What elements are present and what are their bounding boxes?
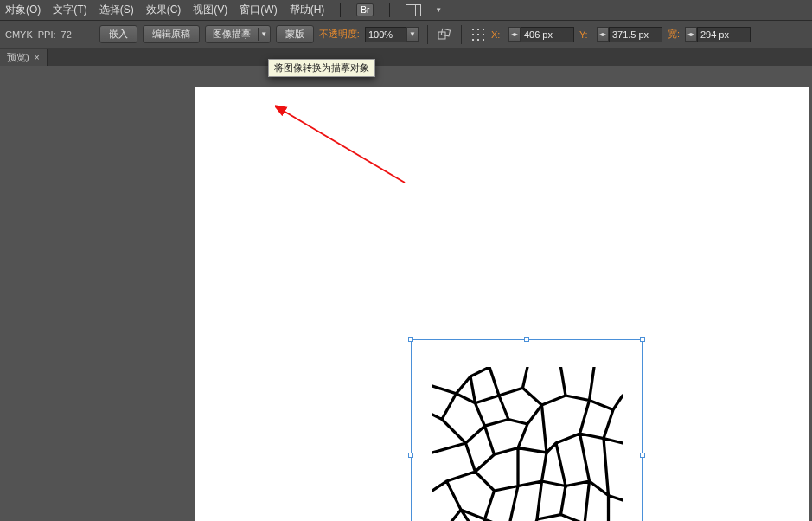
svg-rect-3: [477, 29, 479, 30]
svg-rect-6: [477, 34, 479, 35]
transform-icon[interactable]: [437, 27, 452, 42]
separator: [340, 3, 341, 17]
x-field[interactable]: ◂▸: [508, 27, 574, 42]
svg-rect-2: [472, 29, 474, 30]
mask-button[interactable]: 蒙版: [276, 25, 314, 43]
layout-icon[interactable]: [406, 4, 421, 16]
close-tab-icon[interactable]: ×: [35, 53, 40, 62]
stepper-icon[interactable]: ◂▸: [597, 27, 609, 42]
opacity-input[interactable]: [365, 27, 406, 42]
ppi-value: 72: [61, 29, 72, 40]
selection-handle[interactable]: [524, 337, 529, 342]
separator: [461, 25, 462, 44]
menu-select[interactable]: 选择(S): [99, 3, 134, 17]
stepper-icon[interactable]: ◂▸: [685, 27, 697, 42]
ppi-label: PPI:: [38, 29, 56, 40]
y-field[interactable]: ◂▸: [597, 27, 662, 42]
chevron-down-icon[interactable]: ▼: [406, 27, 419, 42]
work-area: [0, 66, 812, 521]
colormode-label: CMYK: [5, 29, 33, 40]
menu-object[interactable]: 对象(O): [5, 3, 41, 17]
svg-rect-7: [483, 34, 484, 35]
svg-rect-9: [477, 39, 479, 41]
edit-original-button[interactable]: 编辑原稿: [143, 25, 200, 43]
svg-rect-5: [472, 34, 474, 35]
svg-rect-10: [483, 39, 484, 41]
separator: [427, 25, 428, 44]
opacity-field[interactable]: ▼: [365, 27, 419, 42]
chevron-down-icon[interactable]: ▼: [258, 28, 270, 41]
chevron-down-icon[interactable]: ▼: [435, 6, 442, 14]
menu-window[interactable]: 窗口(W): [240, 3, 277, 17]
document-tab-bar: 预览) ×: [0, 48, 812, 66]
menu-bar: 对象(O) 文字(T) 选择(S) 效果(C) 视图(V) 窗口(W) 帮助(H…: [0, 0, 812, 21]
menu-help[interactable]: 帮助(H): [290, 3, 325, 17]
selection-handle[interactable]: [640, 453, 645, 458]
tooltip: 将图像转换为描摹对象: [268, 59, 375, 77]
selection-handle[interactable]: [408, 453, 413, 458]
reference-point-icon[interactable]: [470, 27, 486, 42]
control-bar: CMYK PPI: 72 嵌入 编辑原稿 图像描摹 ▼ 蒙版 不透明度: ▼ X…: [0, 21, 812, 48]
stepper-icon[interactable]: ◂▸: [508, 27, 521, 42]
selection-handle[interactable]: [640, 337, 645, 342]
embed-button[interactable]: 嵌入: [99, 25, 137, 43]
image-trace-dropdown[interactable]: 图像描摹 ▼: [205, 25, 271, 43]
menu-text[interactable]: 文字(T): [53, 3, 86, 17]
image-trace-label: 图像描摹: [206, 26, 258, 42]
y-label: Y:: [579, 29, 591, 40]
svg-rect-4: [483, 29, 484, 30]
selection-box[interactable]: [411, 339, 643, 521]
x-input[interactable]: [521, 27, 574, 42]
width-field[interactable]: ◂▸: [685, 27, 751, 42]
separator: [389, 3, 390, 17]
bridge-button[interactable]: Br: [356, 3, 374, 16]
selection-handle[interactable]: [408, 337, 413, 342]
svg-rect-8: [472, 39, 474, 41]
menu-view[interactable]: 视图(V): [193, 3, 227, 17]
menu-effect[interactable]: 效果(C): [146, 3, 182, 17]
x-label: X:: [491, 29, 503, 40]
width-input[interactable]: [697, 27, 751, 42]
width-label: 宽:: [668, 28, 680, 41]
opacity-label: 不透明度:: [319, 28, 360, 41]
y-input[interactable]: [609, 27, 662, 42]
document-tab[interactable]: 预览) ×: [0, 49, 48, 66]
document-tab-title: 预览): [7, 51, 29, 64]
